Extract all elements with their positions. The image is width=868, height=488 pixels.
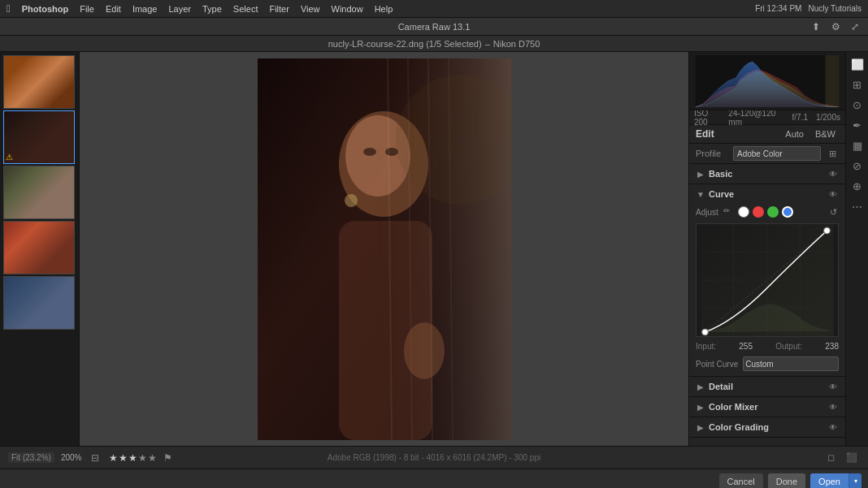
filmstrip-thumb-1[interactable] — [3, 55, 75, 109]
curve-reset-icon[interactable]: ↺ — [827, 206, 839, 218]
svg-rect-15 — [826, 55, 840, 107]
filmstrip-toggle-icon[interactable]: ⊟ — [88, 451, 102, 465]
photo-curtain-overlay — [371, 58, 511, 440]
file-bar: nucly-LR-course-22.dng (1/5 Selected) – … — [0, 36, 868, 52]
adjust-row: Adjust ✏ ↺ — [689, 204, 845, 220]
point-curve-select[interactable]: Custom Linear Medium Contrast Strong Con… — [743, 356, 839, 371]
star-5[interactable]: ★ — [148, 452, 157, 464]
profile-grid-icon[interactable]: ⊞ — [826, 147, 839, 160]
star-rating[interactable]: ★ ★ ★ ★ ★ — [109, 452, 157, 464]
profile-select[interactable]: Adobe Color Adobe Landscape Adobe Portra… — [733, 146, 821, 161]
right-outer: ISO 200 24-120@120 mm f/7.1 1/200s Edit … — [688, 52, 868, 446]
star-3[interactable]: ★ — [128, 452, 137, 464]
svg-point-12 — [345, 194, 358, 207]
filename-label: nucly-LR-course-22.dng (1/5 Selected) — [328, 39, 482, 49]
pencil-icon[interactable]: ✏ — [723, 206, 735, 218]
channel-white-dot[interactable] — [738, 206, 749, 218]
color-mixer-section: ▶ Color Mixer 👁 — [689, 397, 845, 417]
cancel-button[interactable]: Cancel — [719, 473, 763, 489]
title-bar: Camera Raw 13.1 ⬆ ⚙ ⤢ — [0, 18, 868, 36]
input-value[interactable]: 255 — [739, 342, 753, 351]
flag-icon[interactable]: ⚑ — [163, 452, 172, 464]
thumb-warning-icon: ⚠ — [6, 153, 13, 162]
zoom-display[interactable]: Fit (23.2%) — [8, 452, 54, 463]
color-mixer-header[interactable]: ▶ Color Mixer 👁 — [689, 397, 845, 417]
window-title: Camera Raw 13.1 — [398, 22, 471, 32]
expand-icon[interactable]: ⤢ — [848, 20, 861, 33]
open-dropdown-arrow[interactable]: ▾ — [848, 473, 861, 489]
channel-blue-dot[interactable] — [782, 206, 793, 218]
menu-view[interactable]: View — [301, 4, 320, 14]
main-layout: ⚠ — [0, 52, 868, 446]
auto-button[interactable]: Auto — [782, 128, 807, 140]
histogram-area — [689, 52, 845, 110]
camera-label: Nikon D750 — [493, 39, 540, 49]
histogram-tool[interactable]: ⬜ — [848, 55, 866, 73]
more-tool[interactable]: ⋯ — [848, 197, 866, 215]
edit-buttons: Auto B&W — [782, 128, 839, 140]
filmstrip-thumb-4[interactable] — [3, 221, 75, 274]
menu-edit[interactable]: Edit — [106, 4, 121, 14]
menu-window[interactable]: Window — [332, 4, 363, 14]
exif-shutter: 1/200s — [816, 113, 840, 122]
crop-tool[interactable]: ⊞ — [848, 76, 866, 93]
canvas-area — [80, 52, 688, 446]
apple-menu[interactable]:  — [7, 2, 11, 15]
star-4[interactable]: ★ — [138, 452, 147, 464]
single-view-icon[interactable]: ◻ — [822, 451, 839, 464]
share-icon[interactable]: ⬆ — [809, 20, 822, 33]
color-grading-eye-icon[interactable]: 👁 — [827, 421, 839, 433]
menu-left:  Photoshop File Edit Image Layer Type S… — [7, 2, 393, 15]
settings-icon[interactable]: ⚙ — [829, 20, 842, 33]
io-row: Input: 255 Output: 238 — [689, 340, 845, 354]
brush-tool[interactable]: ✒ — [848, 116, 866, 134]
star-1[interactable]: ★ — [109, 452, 118, 464]
vertical-tools: ⬜ ⊞ ⊙ ✒ ▦ ⊘ ⊕ ⋯ — [845, 52, 868, 446]
detail-eye-icon[interactable]: 👁 — [827, 381, 839, 392]
menu-help[interactable]: Help — [375, 4, 393, 14]
exif-iso: ISO 200 — [694, 109, 720, 127]
basic-section-header[interactable]: ▶ Basic 👁 — [689, 164, 845, 184]
action-bar: Cancel Done Open ▾ — [0, 469, 868, 488]
exif-bar: ISO 200 24-120@120 mm f/7.1 1/200s — [689, 110, 845, 125]
split-view-icon[interactable]: ⬛ — [844, 451, 860, 464]
eyedropper-tool[interactable]: ⊘ — [848, 157, 866, 175]
menu-layer[interactable]: Layer — [168, 4, 191, 14]
filmstrip-thumb-2[interactable]: ⚠ — [3, 110, 75, 164]
channel-red-dot[interactable] — [753, 206, 764, 218]
channel-green-dot[interactable] — [767, 206, 779, 218]
menu-file[interactable]: File — [80, 4, 94, 14]
curve-eye-icon[interactable]: 👁 — [827, 188, 839, 200]
color-grading-header[interactable]: ▶ Color Grading 👁 — [689, 417, 845, 437]
menu-select[interactable]: Select — [233, 4, 258, 14]
edit-header: Edit Auto B&W — [689, 125, 845, 144]
color-grading-section: ▶ Color Grading 👁 — [689, 417, 845, 438]
menu-image[interactable]: Image — [132, 4, 158, 14]
bw-button[interactable]: B&W — [812, 128, 839, 140]
edit-panel: ▶ Basic 👁 ▼ Curve 👁 Adjust ✏ — [689, 164, 845, 446]
heal-tool[interactable]: ⊙ — [848, 96, 866, 114]
done-button[interactable]: Done — [768, 473, 805, 489]
color-mixer-chevron-icon: ▶ — [696, 402, 705, 412]
open-button[interactable]: Open — [810, 473, 848, 489]
filmstrip-thumb-5[interactable] — [3, 276, 75, 330]
exif-focal: 24-120@120 mm — [728, 109, 783, 127]
basic-eye-icon[interactable]: 👁 — [827, 168, 839, 179]
menu-photoshop[interactable]: Photoshop — [22, 4, 68, 14]
detail-section-header[interactable]: ▶ Detail 👁 — [689, 377, 845, 396]
curve-section: ▼ Curve 👁 Adjust ✏ ↺ — [689, 184, 845, 377]
menu-type[interactable]: Type — [202, 4, 222, 14]
star-2[interactable]: ★ — [119, 452, 128, 464]
color-mixer-eye-icon[interactable]: 👁 — [827, 401, 839, 412]
adjust-label: Adjust — [696, 208, 718, 217]
curve-graph[interactable] — [696, 223, 839, 337]
bottom-toolbar: Fit (23.2%) 200% ⊟ ★ ★ ★ ★ ★ ⚑ Adobe RGB… — [0, 446, 868, 469]
filmstrip-thumb-3[interactable] — [3, 166, 75, 219]
zoom-tool[interactable]: ⊕ — [848, 177, 866, 195]
file-info-label: Adobe RGB (1998) - 8 bit - 4016 x 6016 (… — [328, 453, 540, 462]
zoom-level[interactable]: 200% — [61, 453, 82, 462]
output-value[interactable]: 238 — [825, 342, 839, 351]
menu-filter[interactable]: Filter — [269, 4, 289, 14]
curve-section-header[interactable]: ▼ Curve 👁 — [689, 184, 845, 204]
gradient-tool[interactable]: ▦ — [848, 136, 866, 154]
